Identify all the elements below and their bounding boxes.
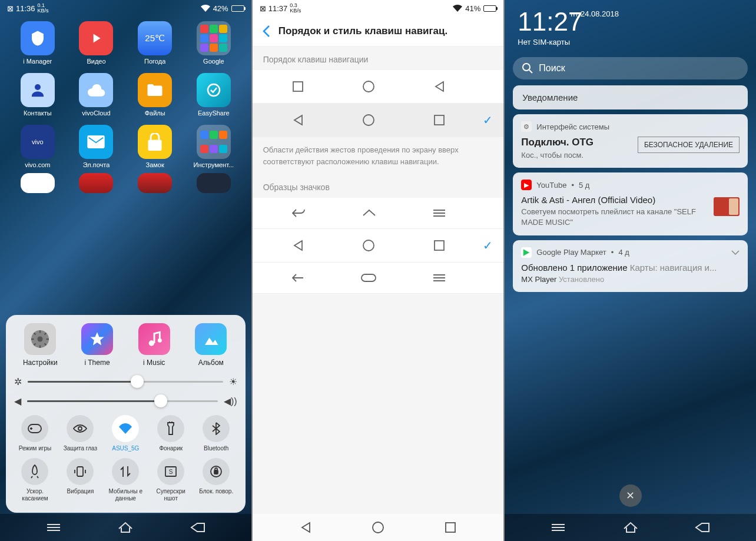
description-text: Области действия жестов проведения по эк… bbox=[253, 137, 504, 174]
svg-point-24 bbox=[523, 64, 530, 71]
notification-section-header: Уведомление bbox=[513, 85, 748, 109]
svg-rect-20 bbox=[435, 241, 444, 250]
brightness-slider[interactable]: ✲ ☀ bbox=[14, 376, 237, 387]
toggle-screenshot[interactable]: SСуперскри ншот bbox=[150, 458, 192, 502]
menu-lines-icon bbox=[433, 209, 446, 217]
phone-home-screen: ⊠ 11:36 0.1KB/s 42% i Manager Видео 25℃П… bbox=[0, 0, 251, 541]
app-vivocloud[interactable]: vivoCloud bbox=[69, 73, 124, 117]
app-files[interactable]: Файлы bbox=[128, 73, 182, 117]
square-icon bbox=[434, 240, 445, 251]
volume-high-icon: ◀)) bbox=[224, 396, 237, 407]
nav-back-icon[interactable] bbox=[190, 522, 205, 533]
app-weather[interactable]: 25℃Погода bbox=[128, 21, 182, 65]
nav-recents-icon[interactable] bbox=[46, 522, 61, 533]
svg-text:S: S bbox=[169, 469, 173, 475]
toggle-rotation-lock[interactable]: Блок. повор. bbox=[195, 458, 237, 502]
alarm-icon: ⊠ bbox=[260, 4, 266, 13]
toggle-eye-protection[interactable]: Защита глаз bbox=[59, 415, 101, 452]
svg-point-17 bbox=[363, 115, 374, 125]
circle-icon bbox=[363, 114, 374, 126]
toggle-flashlight[interactable]: Фонарик bbox=[150, 415, 192, 452]
nav-recents-icon[interactable] bbox=[551, 522, 566, 533]
home-u-icon bbox=[362, 208, 376, 218]
app-contacts[interactable]: Контакты bbox=[11, 73, 65, 117]
app-i-manager[interactable]: i Manager bbox=[11, 21, 65, 65]
settings-header: Порядок и стиль клавиш навигац. bbox=[253, 16, 504, 47]
notification-system-ui[interactable]: ⚙ Интерфейс системы БЕЗОПАСНОЕ УДАЛЕНИЕ … bbox=[513, 114, 748, 168]
triangle-left-icon bbox=[293, 240, 303, 251]
clear-notifications-button[interactable]: ✕ bbox=[619, 484, 642, 507]
app-vivo-com[interactable]: vivovivo.com bbox=[11, 125, 65, 168]
brightness-low-icon: ✲ bbox=[14, 376, 22, 387]
app-partial-2[interactable] bbox=[69, 173, 124, 193]
toggle-bluetooth[interactable]: Bluetooth bbox=[195, 415, 237, 452]
home-app-grid: i Manager Видео 25℃Погода Google Контакт… bbox=[0, 16, 251, 173]
toggle-vibration[interactable]: Вибрация bbox=[59, 458, 101, 502]
svg-rect-14 bbox=[214, 470, 218, 474]
icon-sample-1[interactable] bbox=[253, 198, 504, 229]
app-lock[interactable]: Замок bbox=[128, 125, 182, 168]
app-partial-4[interactable] bbox=[187, 173, 241, 193]
nav-order-option-1[interactable] bbox=[253, 70, 504, 104]
wifi-icon bbox=[453, 5, 462, 12]
icon-sample-2[interactable]: ✓ bbox=[253, 229, 504, 263]
notif-app-name: Google Play Маркет bbox=[536, 248, 606, 257]
toggle-wifi[interactable]: ASUS_5G bbox=[105, 415, 147, 452]
nav-home-icon[interactable] bbox=[118, 522, 133, 533]
triangle-left-icon bbox=[434, 81, 445, 92]
toggle-game-mode[interactable]: Режим игры bbox=[14, 415, 56, 452]
app-partial-3[interactable] bbox=[128, 173, 182, 193]
menu-lines-icon bbox=[433, 274, 446, 282]
svg-point-5 bbox=[38, 337, 43, 342]
safe-remove-button[interactable]: БЕЗОПАСНОЕ УДАЛЕНИЕ bbox=[638, 137, 740, 153]
cp-app-album[interactable]: Альбом bbox=[185, 323, 237, 367]
notif-title: Artik & Asti - Ангел (Official Video) bbox=[521, 195, 740, 205]
expand-icon[interactable] bbox=[731, 250, 740, 255]
svg-point-22 bbox=[373, 522, 383, 533]
svg-rect-10 bbox=[77, 467, 83, 476]
nav-bar bbox=[0, 514, 251, 541]
nav-recents-icon[interactable] bbox=[445, 522, 456, 533]
notif-app-name: YouTube bbox=[536, 181, 566, 190]
cp-app-itheme[interactable]: i Theme bbox=[71, 323, 124, 367]
cp-app-settings[interactable]: Настройки bbox=[14, 323, 67, 367]
notif-body: Советуем посмотреть плейлист на канале "… bbox=[521, 207, 740, 228]
app-video[interactable]: Видео bbox=[69, 21, 124, 65]
search-bar[interactable]: Поиск bbox=[513, 57, 748, 79]
battery-icon bbox=[231, 5, 244, 12]
svg-rect-23 bbox=[446, 523, 455, 532]
svg-point-0 bbox=[35, 84, 41, 90]
circle-icon bbox=[363, 81, 374, 92]
battery-icon bbox=[483, 5, 496, 12]
status-time: 11:37 bbox=[268, 4, 288, 13]
check-icon: ✓ bbox=[483, 113, 493, 127]
nav-bar bbox=[253, 514, 504, 541]
toggle-touch-boost[interactable]: Ускор. касанием bbox=[14, 458, 56, 502]
app-google-folder[interactable]: Google bbox=[187, 21, 241, 65]
nav-back-icon[interactable] bbox=[695, 522, 710, 533]
volume-slider[interactable]: ◀ ◀)) bbox=[14, 396, 237, 407]
nav-home-icon[interactable] bbox=[372, 522, 384, 533]
notification-youtube[interactable]: ▶ YouTube • 5 д Artik & Asti - Ангел (Of… bbox=[513, 172, 748, 235]
app-partial-1[interactable] bbox=[11, 173, 65, 193]
back-button[interactable] bbox=[262, 25, 270, 38]
pill-icon bbox=[361, 274, 376, 282]
circle-icon bbox=[363, 240, 374, 251]
svg-point-19 bbox=[363, 240, 374, 251]
icon-sample-3[interactable] bbox=[253, 263, 504, 294]
app-email[interactable]: Эл.почта bbox=[69, 125, 124, 168]
nav-bar bbox=[505, 514, 756, 541]
nav-back-icon[interactable] bbox=[300, 522, 311, 533]
app-tools-folder[interactable]: Инструмент... bbox=[187, 125, 241, 168]
status-bar: ⊠ 11:37 0.3KB/s 41% bbox=[253, 0, 504, 16]
nav-home-icon[interactable] bbox=[623, 522, 638, 533]
alarm-icon: ⊠ bbox=[7, 4, 14, 13]
toggle-mobile-data[interactable]: Мобильны е данные bbox=[105, 458, 147, 502]
nav-order-option-2[interactable]: ✓ bbox=[253, 104, 504, 137]
notif-body: MX Player Установлено bbox=[521, 274, 740, 285]
settings-title: Порядок и стиль клавиш навигац. bbox=[278, 25, 448, 37]
wifi-icon bbox=[201, 5, 210, 12]
notification-play-store[interactable]: Google Play Маркет • 4 д Обновлено 1 при… bbox=[513, 240, 748, 292]
app-easyshare[interactable]: EasyShare bbox=[187, 73, 241, 117]
cp-app-imusic[interactable]: i Music bbox=[128, 323, 180, 367]
